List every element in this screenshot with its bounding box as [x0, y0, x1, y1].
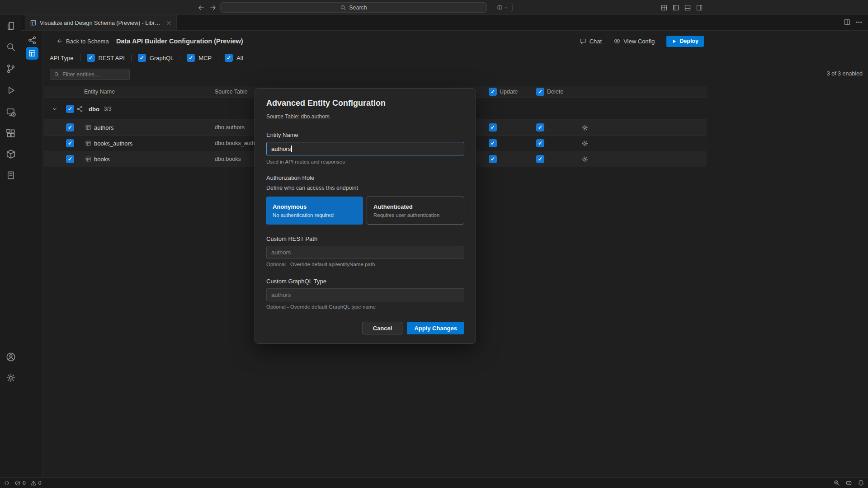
- tab-visualize-design-schema[interactable]: Visualize and Design Schema (Preview) - …: [25, 15, 177, 30]
- row-settings-gear-icon[interactable]: [581, 124, 588, 131]
- deploy-button[interactable]: Deploy: [666, 36, 704, 47]
- entity-name-hint: Used in API routes and responses: [266, 159, 464, 164]
- layout-icon[interactable]: [660, 3, 669, 12]
- command-center-search[interactable]: Search: [220, 2, 487, 13]
- database-projects-icon[interactable]: [5, 149, 16, 160]
- eye-icon: [613, 38, 621, 45]
- entity-name: authors: [94, 124, 113, 131]
- tab-title: Visualize and Design Schema (Preview) - …: [40, 20, 162, 26]
- delete-checkbox[interactable]: [536, 139, 544, 147]
- enabled-summary: 3 of 3 enabled: [827, 70, 863, 77]
- rest-path-hint: Optional - Override default api/entityNa…: [266, 262, 464, 267]
- graphql-checkbox[interactable]: [138, 54, 146, 62]
- rest-api-label: REST API: [99, 55, 125, 61]
- row-settings-gear-icon[interactable]: [581, 140, 588, 147]
- entity-name-value: authors: [271, 145, 291, 152]
- run-debug-icon[interactable]: [5, 85, 16, 96]
- activity-bar: [0, 15, 21, 477]
- rest-api-option[interactable]: REST API: [87, 54, 125, 62]
- toggle-secondary-sidebar-icon[interactable]: [695, 3, 704, 12]
- problems-warnings[interactable]: 0: [30, 480, 42, 486]
- column-entity-name: Entity Name: [84, 89, 115, 95]
- bell-icon[interactable]: [858, 479, 864, 486]
- search-icon: [54, 71, 60, 77]
- api-type-filter-row: API Type REST API GraphQL MCP All: [50, 52, 243, 64]
- filter-entities-field[interactable]: [50, 69, 130, 80]
- api-type-label: API Type: [50, 55, 74, 61]
- table-icon: [85, 156, 91, 162]
- chat-button[interactable]: Chat: [580, 38, 602, 45]
- rest-path-label: Custom REST Path: [266, 235, 464, 242]
- row-settings-gear-icon[interactable]: [581, 155, 588, 163]
- mcp-checkbox[interactable]: [187, 54, 195, 62]
- zoom-icon[interactable]: [833, 479, 840, 486]
- all-option[interactable]: All: [225, 54, 243, 62]
- source-control-icon[interactable]: [5, 63, 16, 74]
- graphql-type-input[interactable]: [266, 288, 464, 301]
- mcp-option[interactable]: MCP: [187, 54, 212, 62]
- mcp-label: MCP: [198, 55, 212, 61]
- split-editor-icon[interactable]: [844, 19, 851, 26]
- row-checkbox[interactable]: [66, 155, 74, 163]
- row-checkbox[interactable]: [66, 123, 74, 131]
- close-icon[interactable]: [165, 20, 172, 26]
- remote-explorer-icon[interactable]: [5, 107, 16, 117]
- extensions-icon[interactable]: [5, 128, 16, 139]
- auth-option-authenticated[interactable]: Authenticated Requires user authenticati…: [367, 197, 464, 225]
- anonymous-subtitle: No authentication required: [273, 212, 357, 218]
- graphql-option[interactable]: GraphQL: [138, 54, 174, 62]
- dbo-checkbox[interactable]: [66, 105, 74, 113]
- cancel-button[interactable]: Cancel: [363, 322, 403, 334]
- delete-select-all-checkbox[interactable]: [536, 88, 544, 96]
- delete-checkbox[interactable]: [536, 155, 544, 163]
- dialog-title: Advanced Entity Configuration: [266, 99, 464, 108]
- remote-indicator-icon[interactable]: [4, 480, 10, 486]
- entity-name-input[interactable]: authors: [266, 142, 464, 155]
- problems-errors[interactable]: 0: [14, 480, 26, 486]
- update-checkbox[interactable]: [489, 155, 497, 163]
- chevron-down-icon[interactable]: [52, 106, 58, 112]
- update-checkbox[interactable]: [489, 139, 497, 147]
- schema-icon[interactable]: [27, 35, 37, 45]
- account-icon[interactable]: [5, 352, 16, 362]
- tab-bar: Visualize and Design Schema (Preview) - …: [21, 15, 868, 31]
- update-checkbox[interactable]: [489, 123, 497, 131]
- authorization-role-description: Define who can access this endpoint: [266, 185, 464, 191]
- toggle-panel-icon[interactable]: [683, 3, 692, 12]
- filter-entities-input[interactable]: [62, 71, 126, 78]
- auth-option-anonymous[interactable]: Anonymous No authentication required: [266, 197, 363, 225]
- column-source-table: Source Table: [215, 89, 248, 95]
- graphql-type-label: Custom GraphQL Type: [266, 278, 464, 285]
- copilot-icon[interactable]: [845, 479, 852, 486]
- table-designer-icon: [28, 49, 36, 57]
- table-designer-tile[interactable]: [26, 47, 38, 60]
- view-config-button[interactable]: View Config: [613, 38, 655, 45]
- apply-changes-button[interactable]: Apply Changes: [407, 322, 464, 334]
- rest-api-checkbox[interactable]: [87, 54, 95, 62]
- update-select-all-checkbox[interactable]: [489, 88, 497, 96]
- command-center-toggle[interactable]: [493, 3, 513, 12]
- chevron-down-icon: [504, 5, 509, 10]
- entity-name: books: [94, 156, 110, 163]
- divider: [180, 54, 180, 61]
- sql-server-icon[interactable]: [5, 170, 16, 181]
- explorer-icon[interactable]: [5, 20, 16, 31]
- back-to-schema-link[interactable]: Back to Schema: [57, 38, 109, 45]
- rest-path-input[interactable]: [266, 246, 464, 259]
- more-actions-icon[interactable]: [855, 19, 863, 26]
- all-checkbox[interactable]: [225, 54, 233, 62]
- text-caret: [291, 145, 292, 152]
- delete-checkbox[interactable]: [536, 123, 544, 131]
- toggle-primary-sidebar-icon[interactable]: [671, 3, 680, 12]
- search-sidebar-icon[interactable]: [5, 42, 16, 52]
- column-delete: Delete: [547, 89, 563, 95]
- settings-gear-icon[interactable]: [5, 372, 16, 383]
- advanced-entity-configuration-dialog: Advanced Entity Configuration Source Tab…: [255, 88, 476, 344]
- search-label: Search: [349, 5, 367, 11]
- authenticated-title: Authenticated: [373, 203, 458, 210]
- forward-arrow-icon[interactable]: [208, 3, 217, 12]
- schema-icon: [76, 105, 83, 112]
- table-icon: [85, 124, 91, 131]
- row-checkbox[interactable]: [66, 139, 74, 147]
- back-arrow-icon[interactable]: [197, 3, 206, 12]
